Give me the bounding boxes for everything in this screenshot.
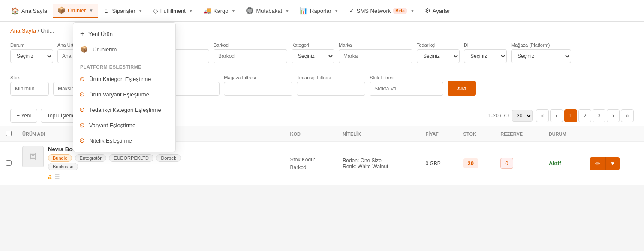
tedarikci-filtresi-input[interactable] (297, 82, 365, 96)
select-all-checkbox[interactable] (6, 131, 12, 136)
th-stok: STOK (458, 126, 496, 142)
th-durum: DURUM (544, 126, 585, 142)
page-first-button[interactable]: « (536, 109, 549, 122)
nav-ayarlar-label: Ayarlar (433, 8, 450, 14)
nav-kargo[interactable]: 🚚 Kargo ▼ (199, 4, 240, 17)
tag-eudorpekltd: EUDORPEKLTD (109, 154, 153, 162)
page-3-button[interactable]: 3 (593, 109, 605, 122)
product-thumbnail: 🖼 (22, 146, 44, 167)
tedarikci-select[interactable]: Seçiniz (417, 49, 460, 63)
nav-ana-sayfa-label: Ana Sayfa (21, 8, 47, 14)
dropdown-tedarikci-kategori-eslestirme[interactable]: ⊙ Tedarikçi Kategori Eşleştirme (73, 102, 175, 117)
th-fiyat: FİYAT (420, 126, 458, 142)
dil-select[interactable]: Seçiniz (464, 49, 507, 63)
nav-ana-sayfa[interactable]: 🏠 Ana Sayfa (7, 4, 51, 17)
nav-raporlar-label: Raporlar (310, 8, 331, 14)
product-stok-cell: 20 (458, 142, 496, 185)
pagination-info: 1-20 / 70 (488, 113, 509, 119)
new-button[interactable]: + Yeni (10, 109, 37, 123)
dil-label: Dil (464, 42, 507, 48)
edit-button[interactable]: ✏ (590, 157, 605, 170)
new-product-label: Yeni Ürün (88, 31, 113, 37)
th-kod: KOD (285, 126, 337, 142)
filter-marka: Marka (339, 42, 412, 63)
tag-bookcase: Bookcase (48, 163, 78, 170)
fiyat-value: 0 GBP (425, 161, 440, 167)
filter-tedarikci-filtresi: Tedarikçi Filtresi (297, 75, 365, 96)
kategori-select[interactable]: Seçiniz (292, 49, 334, 63)
chevron-down-icon: ▼ (138, 9, 143, 13)
chevron-down-icon: ▼ (410, 9, 415, 13)
orders-icon: 🗂 (104, 7, 110, 15)
durum-label: Durum (10, 42, 53, 48)
chevron-down-icon: ▼ (334, 9, 339, 13)
dropdown-urun-varyant-eslestirme[interactable]: ⊙ Ürün Varyant Eşleştirme (73, 87, 175, 102)
breadcrumb-home[interactable]: Ana Sayfa (10, 27, 36, 34)
stok-filtresi-label: Stok Filtresi (370, 75, 443, 80)
nav-mutabakat[interactable]: 🔘 Mutabakat ▼ (241, 4, 294, 17)
tedarikci-kategori-label: Tedarikçi Kategori Eşleştirme (89, 107, 161, 113)
products-icon: 📦 (57, 6, 66, 14)
nav-urunler[interactable]: 📦 Ürünler ▼ (53, 4, 98, 18)
top-navigation: 🏠 Ana Sayfa 📦 Ürünler ▼ 🗂 Siparişler ▼ ◇… (0, 0, 644, 22)
stok-min-input[interactable] (10, 82, 49, 96)
reports-icon: 📊 (300, 7, 308, 15)
products-dropdown-menu: + Yeni Ürün 📦 Ürünlerim Platform Eşleşti… (73, 22, 176, 152)
nitelik-renk: Renk: White-Walnut (343, 164, 415, 170)
durum-select[interactable]: Seçiniz (10, 49, 53, 63)
product-tags: Bundle Entegratör EUDORPEKLTD Dorpek (48, 154, 265, 163)
dropdown-new-product[interactable]: + Yeni Ürün (73, 26, 175, 42)
dropdown-urunlerim[interactable]: 📦 Ürünlerim (73, 42, 175, 57)
check-icon: ⊙ (79, 106, 85, 114)
nitelik-beden: Beden: One Size (343, 158, 415, 164)
nav-raporlar[interactable]: 📊 Raporlar ▼ (295, 4, 343, 17)
tedarikci-label: Tedarikçi (417, 42, 460, 48)
filter-magaza-platform: Mağaza (Platform) Seçiniz (511, 42, 571, 63)
nav-mutabakat-label: Mutabakat (256, 8, 282, 14)
th-checkbox (0, 126, 17, 142)
dropdown-urun-kategori-eslestirme[interactable]: ⊙ Ürün Kategori Eşleştirme (73, 71, 175, 87)
plus-icon: + (80, 30, 84, 38)
nav-kargo-label: Kargo (214, 8, 229, 14)
magaza-filtresi-input[interactable] (224, 82, 292, 96)
marka-input[interactable] (339, 49, 412, 63)
nav-ayarlar[interactable]: ⚙ Ayarlar (421, 4, 454, 17)
barkod-label: Barkod (214, 42, 287, 48)
product-durum-cell: Aktif (544, 142, 585, 185)
ara-button[interactable]: Ara (448, 81, 476, 96)
barkod-display: Barkod: (290, 164, 332, 170)
th-nitelik: NİTELİK (337, 126, 420, 142)
page-2-button[interactable]: 2 (578, 109, 591, 122)
page-size-select[interactable]: 20 (512, 110, 533, 122)
page-prev-button[interactable]: ‹ (550, 109, 563, 122)
urun-kategori-label: Ürün Kategori Eşleştirme (89, 76, 151, 82)
marka-label: Marka (339, 42, 412, 48)
row-checkbox[interactable] (6, 160, 12, 166)
stok-kodu-display: Stok Kodu: (290, 157, 332, 163)
stok-filtresi-input[interactable] (370, 82, 443, 96)
product-rezerve-cell: 0 (495, 142, 543, 185)
dropdown-nitelik-eslestirme[interactable]: ⊙ Nitelik Eşleştirme (73, 133, 175, 148)
check-icon: ⊙ (79, 75, 85, 83)
nav-fulfillment[interactable]: ◇ Fulfillment ▼ (149, 4, 197, 17)
nav-siparisler[interactable]: 🗂 Siparişler ▼ (99, 5, 147, 17)
nav-sms-network[interactable]: ✓ SMS Network Beta ▼ (345, 4, 419, 17)
filter-stok: Stok (10, 75, 49, 96)
settings-icon: ⚙ (425, 7, 430, 15)
page-next-button[interactable]: › (607, 109, 620, 122)
product-icons: a ☰ (48, 173, 265, 181)
chevron-down-icon: ▼ (285, 9, 289, 13)
dropdown-varyant-eslestirme[interactable]: ⊙ Varyant Eşleştirme (73, 117, 175, 133)
nav-fulfillment-label: Fulfillment (160, 8, 186, 14)
platform-eslestirme-section: Platform Eşleştirme (73, 61, 175, 71)
magaza-select[interactable]: Seçiniz (511, 49, 571, 63)
pagination: « ‹ 1 2 3 › » (536, 109, 634, 122)
sms-icon: ✓ (349, 7, 355, 15)
page-1-button[interactable]: 1 (564, 109, 577, 122)
th-rezerve: REZERVE (495, 126, 543, 142)
dropdown-divider (73, 59, 175, 59)
barkod-input[interactable] (214, 49, 287, 63)
nav-sms-label: SMS Network (357, 8, 391, 14)
action-dropdown-button[interactable]: ▼ (605, 157, 620, 170)
page-last-button[interactable]: » (621, 109, 634, 122)
